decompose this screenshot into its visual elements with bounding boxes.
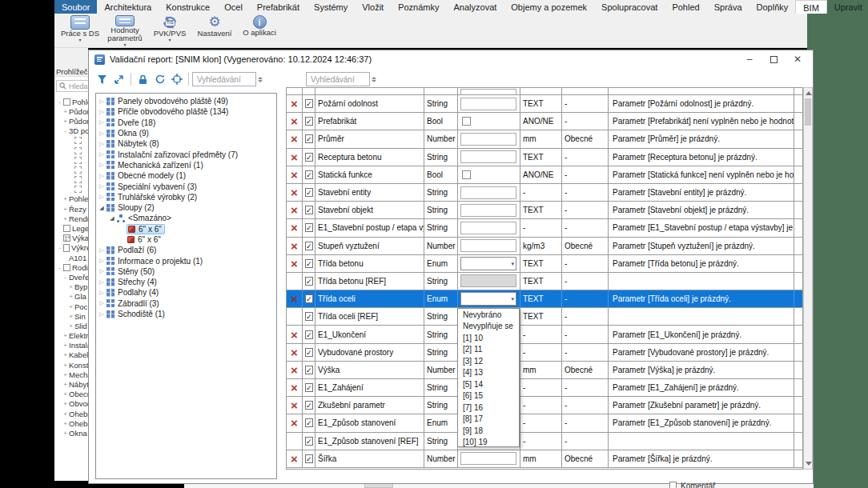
table-row[interactable]: ×✓E1_UkončeníString--Parametr [E1_Ukonče… <box>287 326 802 343</box>
row-checkbox[interactable]: ✓ <box>305 259 313 268</box>
dropdown-option[interactable]: Nevyplňuje se <box>458 321 519 333</box>
ribbon-button[interactable]: Práce s DS▾ <box>58 14 102 47</box>
filter-icon[interactable] <box>96 73 108 86</box>
dropdown-option[interactable]: [5] 14 <box>458 378 519 390</box>
browser-tree-item[interactable]: +Ohebn <box>54 418 88 428</box>
browser-tree-item[interactable] <box>54 185 88 194</box>
menu-item[interactable]: Spolupracovat <box>594 0 665 14</box>
table-row[interactable]: ×✓E1_Způsob stanoveníEnum--Parametr [E1_… <box>287 414 802 432</box>
table-scrollbar[interactable] <box>803 87 813 470</box>
expand-plus-icon[interactable]: + <box>62 118 69 125</box>
tree-item[interactable]: ◢<Smazáno> <box>96 213 276 223</box>
expander-icon[interactable]: ▷ <box>98 141 106 147</box>
refresh-icon[interactable] <box>154 73 166 86</box>
dropdown-option[interactable]: [4] 13 <box>458 367 519 379</box>
table-row[interactable]: ×✓Zkušební parametrString--Parametr [Zku… <box>287 397 802 414</box>
menu-item[interactable]: Systémy <box>307 0 355 14</box>
browser-tree-item[interactable]: -Pohle <box>54 97 88 106</box>
ribbon-button[interactable]: TISPVK/PVS▾ <box>147 14 192 47</box>
expand-plus-icon[interactable]: + <box>62 420 69 427</box>
expand-plus-icon[interactable]: + <box>62 351 69 358</box>
table-row[interactable]: ✓E1_Způsob stanovení [REF]String-- <box>287 433 802 450</box>
browser-tree-item[interactable]: +Řezy (B <box>54 204 88 214</box>
expand-icon[interactable] <box>113 73 125 86</box>
value-input[interactable] <box>460 89 516 94</box>
tree-item[interactable]: ▷Truhlářské výrobky (2) <box>96 192 276 202</box>
table-row[interactable]: ×✓VýškaNumbermmObecnéParametr [Výška] je… <box>287 362 802 379</box>
ribbon-button[interactable]: ⚙Nastavení <box>192 14 237 47</box>
collapse-minus-icon[interactable]: - <box>56 264 63 271</box>
expand-plus-icon[interactable]: + <box>62 410 69 418</box>
tree-item[interactable]: ▷Střechy (4) <box>96 277 276 287</box>
lock-icon[interactable] <box>137 73 149 86</box>
row-checkbox[interactable]: ✓ <box>305 348 313 357</box>
tree-item[interactable]: ▷Příčle obvodového pláště (134) <box>96 106 276 117</box>
row-checkbox[interactable]: ✓ <box>305 206 313 214</box>
table-row[interactable]: ✓Třída oceli [REF]StringTEXT- <box>287 308 802 326</box>
value-input[interactable] <box>460 204 516 217</box>
value-input[interactable] <box>460 239 516 252</box>
value-checkbox[interactable] <box>462 170 471 179</box>
row-checkbox[interactable]: ✓ <box>305 99 313 108</box>
expander-icon[interactable]: ▷ <box>98 247 106 254</box>
menu-item[interactable]: Architektura <box>97 0 159 14</box>
tree-item[interactable]: ▷Stěny (50) <box>96 266 276 277</box>
menu-item[interactable]: Doplňky <box>749 0 796 14</box>
menu-item[interactable]: Ocel <box>217 0 250 14</box>
value-combobox[interactable]: ▾ <box>460 257 516 270</box>
dropdown-option[interactable]: [6] 15 <box>458 390 519 402</box>
expand-plus-icon[interactable]: + <box>62 332 69 339</box>
expander-icon[interactable]: ▷ <box>98 162 106 168</box>
tree-item[interactable]: ▷Dveře (18) <box>96 118 276 128</box>
dropdown-option[interactable]: [10] 19 <box>458 437 519 448</box>
table-row[interactable]: ×✓PrefabrikátBoolANO/NE-Parametr [Prefab… <box>287 113 802 130</box>
expander-icon[interactable]: ◢ <box>108 215 116 222</box>
browser-tree-item[interactable]: -3D po <box>54 126 88 136</box>
row-checkbox[interactable]: ✓ <box>305 383 313 392</box>
browser-tree-item[interactable]: +Instala <box>54 341 88 350</box>
row-checkbox[interactable]: ✓ <box>305 330 313 339</box>
menu-item[interactable]: Poznámky <box>391 0 446 14</box>
collapse-minus-icon[interactable]: - <box>62 274 69 281</box>
table-row[interactable]: ✓Třída betonu [REF]StringTEXT- <box>287 273 802 290</box>
menu-item[interactable]: Správa <box>707 0 749 14</box>
ribbon-button[interactable]: Hodnoty parametrů▾ <box>102 14 147 47</box>
table-row[interactable]: ×✓Stavební entityString--Parametr [Stave… <box>287 184 802 202</box>
expander-icon[interactable]: ▷ <box>98 268 106 274</box>
scroll-thumb[interactable] <box>805 98 811 126</box>
browser-tree-item[interactable]: -Dveře <box>54 272 88 282</box>
expander-icon[interactable]: ▷ <box>98 258 106 264</box>
tree-item[interactable]: 6" x 6" <box>96 224 276 234</box>
menu-item[interactable]: Upravit <box>827 0 868 14</box>
dropdown-option[interactable]: [9] 18 <box>458 425 519 437</box>
browser-tree-item[interactable]: +Slid <box>54 321 88 330</box>
value-input[interactable] <box>460 133 516 146</box>
browser-tree-item[interactable]: +Obecn <box>54 390 88 399</box>
browser-tree-item[interactable] <box>54 155 88 165</box>
maximize-button[interactable] <box>762 50 786 68</box>
ribbon-button[interactable]: iO aplikaci <box>237 14 282 47</box>
browser-tree-item[interactable]: +Obvod <box>54 399 88 409</box>
value-combobox[interactable]: ▾ <box>460 292 516 306</box>
row-checkbox[interactable]: ✓ <box>305 223 313 232</box>
row-checkbox[interactable]: ✓ <box>305 242 313 250</box>
tree-item[interactable]: ◢Sloupy (2) <box>96 202 276 213</box>
collapse-minus-icon[interactable]: - <box>62 127 69 134</box>
row-checkbox[interactable]: ✓ <box>305 294 313 303</box>
browser-tree-item[interactable] <box>54 175 88 185</box>
row-checkbox[interactable]: ✓ <box>305 117 313 126</box>
expand-plus-icon[interactable]: + <box>67 303 74 310</box>
expand-plus-icon[interactable]: + <box>62 215 69 222</box>
dropdown-option[interactable]: [3] 12 <box>458 355 519 367</box>
row-checkbox[interactable]: ✓ <box>305 418 313 427</box>
expand-plus-icon[interactable]: + <box>67 322 74 330</box>
menu-item[interactable]: Analyzovat <box>447 0 504 14</box>
table-row[interactable]: ×✓ŠířkaNumbermmObecnéParametr [Šířka] je… <box>287 450 802 468</box>
tree-item[interactable]: ▷Zábradlí (3) <box>96 298 276 309</box>
browser-tree-item[interactable]: +Byp <box>54 282 88 292</box>
expand-plus-icon[interactable]: + <box>67 293 74 300</box>
expander-icon[interactable]: ▷ <box>98 300 106 306</box>
expander-icon[interactable]: ▷ <box>98 130 106 137</box>
dropdown-option[interactable]: [2] 11 <box>458 344 519 356</box>
expander-icon[interactable]: ▷ <box>98 311 106 318</box>
